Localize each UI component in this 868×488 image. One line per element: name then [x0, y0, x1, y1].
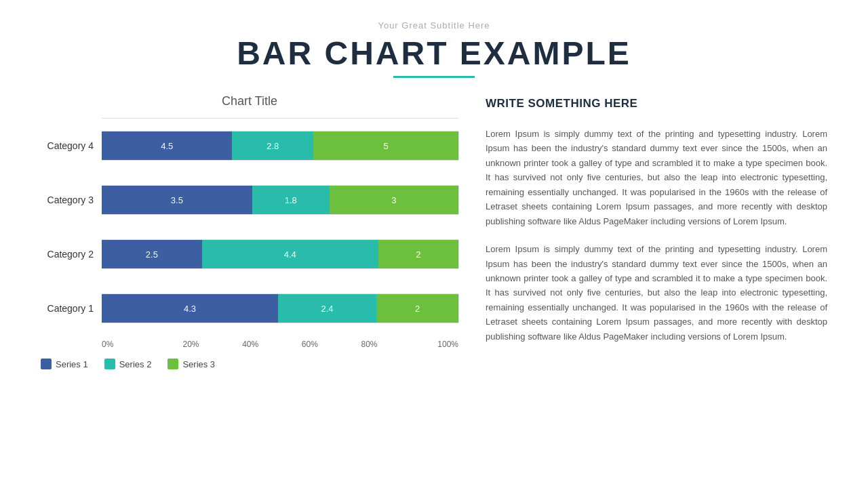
bar-segment-series1: 3.5	[102, 186, 252, 214]
x-axis: 0%20%40%60%80%100%	[102, 340, 458, 349]
text-section: WRITE SOMETHING HERE Lorem Ipsum is simp…	[486, 94, 827, 369]
chart-section: Chart Title Category 44.52.85Category 33…	[41, 94, 458, 369]
chart-title: Chart Title	[222, 94, 277, 108]
page: Your Great Subtitle Here BAR CHART EXAMP…	[0, 0, 868, 488]
bar-container: 3.51.83	[102, 185, 458, 215]
legend-label: Series 1	[56, 359, 88, 369]
bar-segment-series2: 2.8	[232, 131, 313, 160]
bar-segment-series3: 2	[378, 240, 458, 268]
bar-segment-series1: 4.3	[102, 294, 278, 323]
legend-color-box	[167, 359, 178, 369]
chart-grid: Category 44.52.85Category 33.51.83Catego…	[41, 119, 458, 336]
paragraph2: Lorem Ipsum is simply dummy text of the …	[486, 242, 827, 344]
chart-row: Category 33.51.83	[41, 173, 458, 227]
x-axis-label: 80%	[340, 340, 399, 349]
legend-color-box	[104, 359, 115, 369]
bar-segment-series3: 5	[313, 131, 458, 160]
bar-segment-series2: 1.8	[252, 186, 330, 214]
write-heading: WRITE SOMETHING HERE	[486, 97, 827, 113]
x-axis-label: 40%	[220, 340, 280, 349]
title-underline	[393, 76, 475, 78]
bar-container: 4.52.85	[102, 131, 458, 161]
x-axis-label: 60%	[280, 340, 340, 349]
legend-color-box	[41, 359, 52, 369]
bar-segment-series1: 4.5	[102, 131, 232, 160]
bar-segment-series2: 4.4	[202, 240, 378, 268]
bar-segment-series3: 3	[330, 186, 458, 214]
legend-label: Series 3	[182, 359, 215, 369]
main-title: BAR CHART EXAMPLE	[237, 35, 631, 72]
legend-item-series2: Series 2	[104, 359, 152, 369]
paragraph1: Lorem Ipsum is simply dummy text of the …	[486, 127, 827, 228]
bar-container: 4.32.42	[102, 293, 458, 323]
legend-item-series3: Series 3	[167, 359, 215, 369]
chart-area: Category 44.52.85Category 33.51.83Catego…	[41, 118, 458, 369]
x-axis-label: 20%	[161, 340, 221, 349]
legend-item-series1: Series 1	[41, 359, 88, 369]
x-axis-label: 0%	[102, 340, 161, 349]
bar-segment-series2: 2.4	[278, 294, 376, 323]
chart-row: Category 44.52.85	[41, 119, 458, 173]
chart-row: Category 22.54.42	[41, 227, 458, 281]
x-axis-label: 100%	[399, 340, 458, 349]
category-label: Category 4	[41, 140, 102, 151]
legend-label: Series 2	[119, 359, 152, 369]
category-label: Category 3	[41, 195, 102, 205]
category-label: Category 2	[41, 249, 102, 260]
subtitle: Your Great Subtitle Here	[378, 20, 490, 30]
bar-segment-series3: 2	[376, 294, 458, 323]
bar-segment-series1: 2.5	[102, 240, 202, 268]
content-row: Chart Title Category 44.52.85Category 33…	[41, 94, 827, 369]
legend: Series 1Series 2Series 3	[41, 359, 458, 369]
bar-container: 2.54.42	[102, 239, 458, 269]
category-label: Category 1	[41, 303, 102, 314]
chart-row: Category 14.32.42	[41, 281, 458, 336]
